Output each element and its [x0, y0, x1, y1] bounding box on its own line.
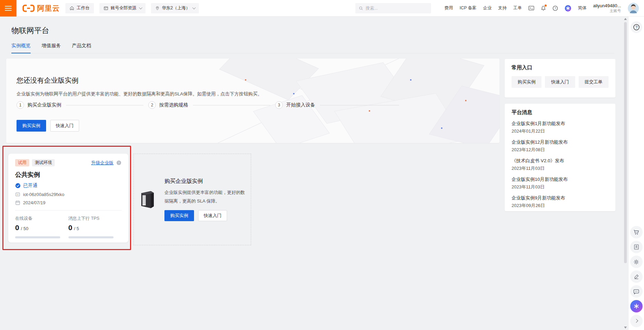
quickstart-button[interactable]: 快速入门 [198, 210, 227, 221]
workbench-button[interactable]: 工作台 [65, 3, 94, 13]
resource-selector[interactable]: 账号全部资源 [99, 3, 146, 13]
menu-billing[interactable]: 费用 [444, 5, 453, 11]
step-1-label: 购买企业版实例 [28, 102, 61, 108]
instance-status: 已开通 [23, 183, 37, 189]
aliyun-logo-text: 阿里云 [37, 3, 60, 13]
enterprise-banner: 您还没有企业版实例 企业版实例为物联网平台的用户提供更丰富的功能、更好的数据隔离… [6, 59, 500, 143]
news-item[interactable]: 企业版实例10月新功能发布 2023年11月03日 [512, 176, 609, 190]
avatar[interactable] [627, 2, 639, 14]
aliyun-logo-icon [22, 4, 35, 13]
news-title: 企业版实例9月新功能发布 [512, 195, 609, 201]
upgrade-help-icon[interactable]: ? [116, 160, 121, 165]
notification-bell-icon[interactable] [541, 6, 546, 11]
chat-icon [633, 288, 640, 295]
main-content: 物联网平台 实例概览 增值服务 产品文档 您还没有企业版实例 企业版实例为物联网… [0, 17, 628, 330]
page-title: 物联网平台 [11, 25, 49, 36]
news-item[interactable]: 《技术白皮书 V2.0》发布 2023年11月03日 [512, 158, 609, 172]
help-circle-button[interactable]: ? [631, 21, 642, 33]
news-date: 2023年11月03日 [512, 184, 609, 190]
purchase-card-actions: 购买实例 快速入门 [164, 210, 246, 221]
news-item[interactable]: 企业版实例9月新功能发布 2023年09月26日 [512, 195, 609, 209]
region-selector-label: 华东2（上海） [162, 5, 190, 11]
stat-label: 消息上下行 TPS [68, 216, 122, 221]
feedback-edit-button[interactable] [630, 270, 643, 283]
stat-label: 在线设备 [15, 216, 68, 221]
instance-id-row: ID iot-06z00a85s29fxko [15, 192, 121, 197]
contact-card-button[interactable] [630, 241, 643, 253]
instance-id: iot-06z00a85s29fxko [23, 192, 64, 197]
question-icon: ? [633, 24, 640, 31]
page-scrollbar[interactable] [624, 17, 627, 330]
upgrade-enterprise-link[interactable]: 升级企业版 [91, 160, 114, 166]
instance-stats: 在线设备 0 / 50 消息上下行 TPS 0 / 5 [15, 216, 121, 238]
buy-instance-button[interactable]: 购买实例 [17, 120, 46, 132]
news-item[interactable]: 企业版实例12月新功能发布 2023年12月08日 [512, 139, 609, 153]
ai-assistant-button[interactable] [630, 300, 643, 312]
aliyun-logo[interactable]: 阿里云 [22, 3, 60, 13]
search-icon [359, 6, 363, 11]
menu-support[interactable]: 支持 [498, 5, 507, 11]
account-menu[interactable]: aliyun49480... 主账号 [593, 3, 621, 13]
terminal-icon[interactable] [528, 6, 534, 11]
stat-value: 0 [68, 224, 73, 232]
public-instance-card: 试用 测试环境 升级企业版 ? 公共实例 已开通 ID [8, 154, 128, 243]
region-selector[interactable]: 华东2（上海） [151, 3, 199, 13]
quickstart-button[interactable]: 快速入门 [50, 120, 79, 132]
menu-icp[interactable]: ICP 备案 [460, 5, 476, 11]
test-env-badge: 测试环境 [32, 159, 55, 166]
help-icon[interactable]: ? [552, 6, 558, 11]
resource-selector-label: 账号全部资源 [111, 5, 137, 11]
news-date: 2024年01月22日 [512, 128, 609, 134]
menu-ticket[interactable]: 工单 [513, 5, 522, 11]
quick-quickstart-button[interactable]: 快速入门 [545, 76, 575, 88]
expand-button[interactable] [630, 315, 643, 327]
step-2-number: 2 [148, 101, 156, 109]
topbar: 阿里云 工作台 账号全部资源 华东2（上海） [0, 0, 644, 17]
cart-button[interactable] [630, 226, 643, 238]
quick-submit-ticket-button[interactable]: 提交工单 [579, 76, 609, 88]
news-title: 企业版实例10月新功能发布 [512, 176, 609, 183]
quick-buy-instance-button[interactable]: 购买实例 [512, 76, 541, 88]
instance-title: 公共实例 [15, 171, 121, 179]
ai-assistant-icon[interactable] [565, 5, 571, 12]
hamburger-menu-button[interactable] [0, 0, 17, 17]
banner-actions: 购买实例 快速入门 [17, 120, 79, 132]
news-title: 企业版实例12月新功能发布 [512, 139, 609, 145]
scroll-up-arrow[interactable] [624, 18, 627, 20]
quick-entry-buttons: 购买实例 快速入门 提交工单 [512, 76, 609, 88]
step-3-number: 3 [275, 101, 283, 109]
toolbar-bottom-group [629, 226, 644, 327]
stat-limit: / 5 [74, 226, 79, 231]
server-icon [138, 189, 156, 210]
check-circle-icon [15, 183, 21, 188]
contact-card-icon [633, 244, 640, 250]
banner-description: 企业版实例为物联网平台的用户提供更丰富的功能、更好的数据隔离和更高的SLA保障。… [17, 91, 262, 97]
workbench-label: 工作台 [77, 5, 90, 11]
menu-enterprise[interactable]: 企业 [483, 5, 492, 11]
cart-icon [633, 229, 640, 236]
news-item[interactable]: 企业版实例1月新功能发布 2024年01月22日 [512, 121, 609, 134]
stat-value: 0 [15, 224, 19, 232]
settings-button[interactable] [630, 256, 643, 268]
step-1-number: 1 [17, 101, 24, 109]
home-icon [69, 6, 74, 11]
stat-limit: / 50 [21, 226, 29, 231]
global-search[interactable] [355, 3, 431, 13]
right-toolbar: ? [628, 17, 644, 330]
scrollbar-thumb[interactable] [624, 22, 627, 263]
tab-product-docs[interactable]: 产品文档 [72, 43, 91, 53]
message-button[interactable] [630, 285, 643, 298]
quick-entry-title: 常用入口 [512, 64, 609, 71]
tab-instance-overview[interactable]: 实例概览 [11, 43, 31, 53]
platform-news-panel: 平台消息 企业版实例1月新功能发布 2024年01月22日 企业版实例12月新功… [505, 104, 615, 211]
scroll-down-arrow[interactable] [624, 327, 627, 329]
svg-text:?: ? [118, 161, 120, 165]
stat-message-tps: 消息上下行 TPS 0 / 5 [68, 216, 122, 238]
tab-value-added-services[interactable]: 增值服务 [42, 43, 61, 53]
search-input[interactable] [366, 6, 428, 11]
banner-heading: 您还没有企业版实例 [17, 76, 78, 85]
stat-online-devices: 在线设备 0 / 50 [15, 216, 68, 238]
buy-instance-button[interactable]: 购买实例 [164, 210, 194, 221]
location-pin-icon [155, 6, 160, 11]
language-selector[interactable]: 简体 [578, 5, 587, 11]
